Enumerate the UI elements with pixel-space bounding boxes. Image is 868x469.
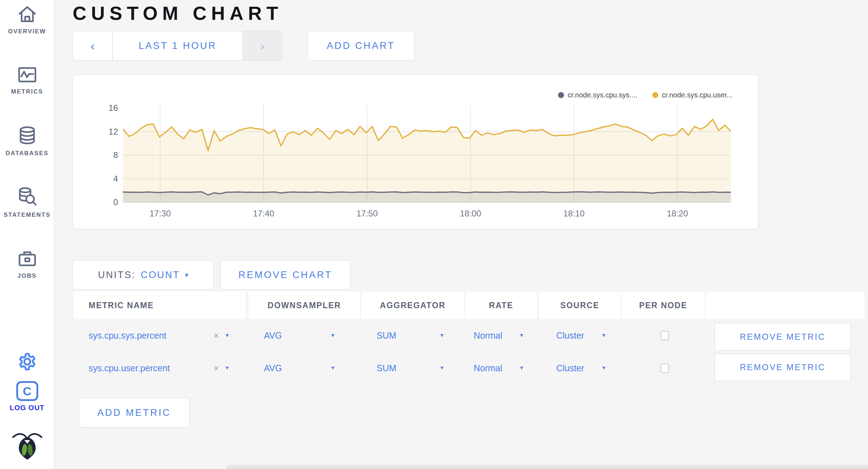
col-header-actions (706, 292, 864, 319)
time-range-picker: ‹ LAST 1 HOUR › (73, 31, 282, 61)
databases-icon (18, 140, 37, 146)
y-tick-label: 8 (92, 150, 118, 160)
time-range-label[interactable]: LAST 1 HOUR (113, 31, 243, 60)
sidebar-item-label: OVERVIEW (0, 28, 54, 35)
units-label: UNITS: (98, 270, 136, 281)
legend-item-user[interactable]: cr.node.sys.cpu.user... (652, 91, 732, 99)
x-tick-label: 18:20 (656, 209, 699, 219)
clear-metric-icon[interactable]: × (214, 352, 219, 384)
chevron-down-icon[interactable]: ▾ (226, 352, 229, 384)
legend-label: cr.node.sys.cpu.user... (662, 91, 732, 99)
legend-dot-user-icon (652, 92, 658, 98)
aggregator-select[interactable]: SUM (377, 319, 396, 352)
sidebar-item-overview[interactable]: OVERVIEW (0, 5, 54, 35)
y-tick-label: 16 (92, 103, 118, 113)
sidebar-item-statements[interactable]: STATEMENTS (0, 187, 54, 219)
source-select[interactable]: Cluster (556, 319, 584, 352)
timeseries-plot[interactable] (123, 104, 731, 203)
app-logo[interactable] (0, 427, 54, 461)
remove-metric-button[interactable]: REMOVE METRIC (715, 354, 851, 381)
units-dropdown[interactable]: UNITS: COUNT ▾ (73, 260, 214, 290)
logout-button[interactable]: C LOG OUT (0, 381, 54, 412)
col-header-per-node: PER NODE (622, 292, 705, 319)
chevron-down-icon[interactable]: ▾ (520, 352, 523, 384)
logout-label: LOG OUT (0, 404, 54, 412)
sidebar-item-label: STATEMENTS (0, 211, 54, 219)
legend-label: cr.node.sys.cpu.sys.... (568, 91, 637, 99)
per-node-checkbox[interactable] (660, 363, 669, 373)
sidebar: OVERVIEW METRICS DATABASES (0, 0, 54, 469)
scroll-shadow (227, 463, 868, 469)
chevron-down-icon[interactable]: ▾ (331, 319, 334, 352)
col-header-source: SOURCE (539, 292, 621, 319)
x-tick-label: 17:30 (139, 209, 181, 219)
clear-metric-icon[interactable]: × (214, 319, 219, 352)
aggregator-select[interactable]: SUM (377, 352, 396, 384)
y-tick-label: 12 (92, 127, 118, 137)
time-range-next-button[interactable]: › (243, 31, 282, 60)
add-chart-button[interactable]: ADD CHART (307, 31, 415, 61)
gear-icon (18, 366, 37, 372)
page-title: CUSTOM CHART (73, 2, 283, 24)
chevron-down-icon[interactable]: ▾ (331, 352, 334, 384)
col-header-aggregator: AGGREGATOR (361, 292, 464, 319)
downsampler-select[interactable]: AVG (264, 319, 282, 352)
chevron-down-icon[interactable]: ▾ (602, 319, 605, 352)
y-tick-label: 4 (92, 174, 118, 184)
add-metric-button[interactable]: ADD METRIC (79, 398, 190, 428)
home-icon (18, 18, 37, 24)
remove-chart-button[interactable]: REMOVE CHART (220, 260, 350, 290)
downsampler-select[interactable]: AVG (264, 352, 282, 384)
col-header-rate: RATE (466, 292, 537, 319)
chevron-down-icon[interactable]: ▾ (440, 352, 444, 384)
sidebar-item-metrics[interactable]: METRICS (0, 66, 54, 95)
x-tick-label: 18:00 (449, 209, 492, 219)
main-content: CUSTOM CHART ‹ LAST 1 HOUR › ADD CHART c… (73, 0, 868, 469)
sidebar-item-label: DATABASES (0, 150, 54, 157)
chart-card: cr.node.sys.cpu.sys.... cr.node.sys.cpu.… (73, 74, 758, 229)
sidebar-item-label: JOBS (0, 272, 54, 279)
source-select[interactable]: Cluster (556, 352, 584, 384)
y-tick-label: 0 (92, 197, 118, 207)
jobs-icon (18, 263, 37, 269)
chevron-down-icon: ▾ (185, 271, 188, 279)
chevron-down-icon[interactable]: ▾ (226, 319, 229, 352)
units-value: COUNT (141, 270, 180, 281)
cockroach-bug-icon (11, 455, 43, 461)
chart-legend: cr.node.sys.cpu.sys.... cr.node.sys.cpu.… (558, 91, 732, 99)
rate-select[interactable]: Normal (474, 352, 502, 384)
remove-metric-button[interactable]: REMOVE METRIC (715, 323, 851, 351)
sidebar-item-jobs[interactable]: JOBS (0, 249, 54, 279)
chevron-down-icon[interactable]: ▾ (440, 319, 444, 352)
chevron-left-icon: ‹ (91, 39, 95, 53)
statements-icon (17, 202, 37, 208)
x-tick-label: 18:10 (553, 209, 595, 219)
metric-name-value[interactable]: sys.cpu.sys.percent (89, 319, 167, 352)
chevron-down-icon[interactable]: ▾ (520, 319, 523, 352)
settings-button[interactable] (0, 352, 54, 373)
sidebar-item-databases[interactable]: DATABASES (0, 126, 54, 157)
chevron-right-icon: › (260, 39, 264, 53)
metrics-icon (18, 79, 37, 85)
per-node-checkbox[interactable] (660, 331, 669, 340)
legend-dot-sys-icon (558, 92, 564, 98)
col-header-metric-name: METRIC NAME (74, 292, 246, 319)
custom-chart-page: OVERVIEW METRICS DATABASES (0, 0, 868, 469)
cockroach-c-badge-icon: C (16, 381, 38, 401)
legend-item-sys[interactable]: cr.node.sys.cpu.sys.... (558, 91, 637, 99)
x-tick-label: 17:50 (346, 209, 388, 219)
col-header-downsampler: DOWNSAMPLER (249, 292, 360, 319)
rate-select[interactable]: Normal (474, 319, 502, 352)
metric-name-value[interactable]: sys.cpu.user.percent (89, 352, 170, 384)
time-range-prev-button[interactable]: ‹ (73, 31, 113, 60)
sidebar-item-label: METRICS (0, 88, 54, 95)
x-tick-label: 17:40 (242, 209, 285, 219)
chevron-down-icon[interactable]: ▾ (602, 352, 605, 384)
